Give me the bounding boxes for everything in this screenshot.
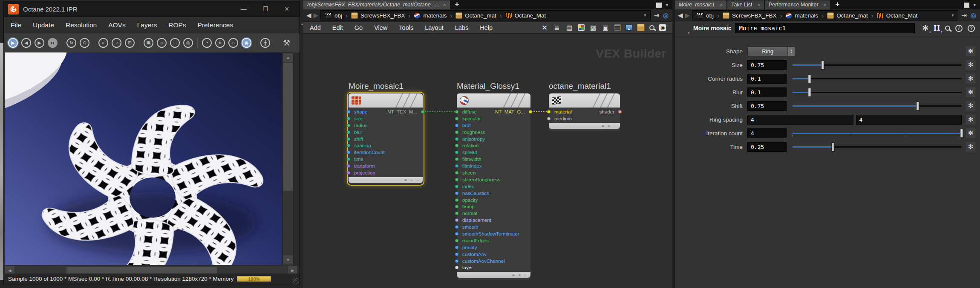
ipr-render-viewport[interactable] bbox=[5, 52, 282, 265]
menu-rops[interactable]: ROPs bbox=[168, 21, 186, 29]
input-dot-time[interactable] bbox=[347, 157, 350, 161]
breadcrumb-item-octane-mat[interactable]: Octane_mat bbox=[824, 12, 870, 19]
slider-handle[interactable] bbox=[808, 88, 811, 97]
param-gear-icon[interactable]: ✻ bbox=[966, 114, 976, 125]
value-input[interactable]: 0.1 bbox=[747, 87, 787, 97]
menu-tools[interactable]: Tools bbox=[399, 24, 413, 31]
input-dot-bump[interactable] bbox=[455, 205, 458, 208]
eye-icon[interactable]: ◉ bbox=[659, 24, 666, 31]
select-spinner-icon[interactable]: ▲▼ bbox=[787, 47, 795, 56]
param-slider[interactable] bbox=[793, 101, 962, 111]
expand-icon[interactable]: ↔ bbox=[110, 36, 124, 50]
input-dot-brdf[interactable] bbox=[455, 124, 458, 127]
contrast-icon[interactable]: ◐ bbox=[98, 38, 108, 48]
new-tab-button[interactable]: + bbox=[831, 0, 844, 9]
pause-icon[interactable]: ▮▮ bbox=[48, 38, 58, 48]
param-slider[interactable] bbox=[793, 142, 962, 152]
input-dot-projection[interactable] bbox=[347, 171, 350, 175]
input-dot-medium[interactable] bbox=[547, 117, 551, 120]
node-footer-icon[interactable]: − bbox=[417, 178, 419, 182]
render-region-icon[interactable]: ▣ bbox=[144, 38, 153, 48]
menu-aovs[interactable]: AOVs bbox=[108, 21, 125, 29]
slider-handle[interactable] bbox=[821, 61, 824, 70]
input-dot-sheen[interactable] bbox=[455, 171, 458, 175]
node-material-glossy1[interactable]: diffuseNT_MAT_G...specularbrdfroughnessa… bbox=[457, 93, 530, 280]
pane-splitter-left[interactable]: ▲ bbox=[300, 0, 303, 288]
render-tools-icon[interactable]: ⚒ bbox=[281, 38, 292, 48]
input-dot-anisotropy[interactable] bbox=[455, 137, 458, 141]
grid-icon[interactable]: ⠿ bbox=[215, 38, 225, 48]
breadcrumb-item-obj[interactable]: obj bbox=[323, 12, 345, 19]
pin-icon[interactable]: ⇥ bbox=[960, 12, 968, 19]
value-input[interactable]: 4 bbox=[747, 128, 787, 138]
home-icon[interactable]: ⌂ bbox=[228, 38, 238, 48]
wire-moire-to-diffuse[interactable] bbox=[424, 111, 457, 112]
param-gear-icon[interactable]: ✻ bbox=[966, 142, 976, 152]
close-tab-icon[interactable]: × bbox=[720, 2, 723, 7]
chevron-down-icon[interactable]: ▼ bbox=[643, 13, 649, 17]
menu-edit[interactable]: Edit bbox=[332, 24, 343, 31]
nav-forward-icon[interactable]: ▶ bbox=[314, 12, 319, 19]
input-dot-hascaustics[interactable] bbox=[455, 192, 458, 195]
checker-panel-icon[interactable]: ▩ bbox=[589, 24, 597, 31]
sticky-note-icon[interactable] bbox=[614, 24, 621, 31]
pane-maximize-icon[interactable] bbox=[964, 3, 969, 8]
palette-icon[interactable] bbox=[578, 24, 585, 31]
input-dot-customaovchannel[interactable] bbox=[455, 259, 458, 263]
close-button[interactable]: ✕ bbox=[284, 6, 289, 12]
input-dot-customaov[interactable] bbox=[455, 253, 458, 256]
node-footer-icon[interactable]: ≡ bbox=[602, 124, 604, 128]
breadcrumb-item-octane-mat[interactable]: Octane_mat bbox=[453, 12, 499, 19]
nodes-icon[interactable]: ▣ bbox=[602, 24, 609, 31]
menu-help[interactable]: Help bbox=[480, 24, 493, 31]
tab-performance-monitor[interactable]: Performance Monitor× bbox=[765, 0, 830, 9]
info-icon[interactable]: i bbox=[955, 25, 963, 32]
scroll-up-icon[interactable]: ▲ bbox=[283, 53, 293, 62]
node-footer-icon[interactable]: ≡ bbox=[404, 178, 406, 182]
menu-layers[interactable]: Layers bbox=[137, 21, 157, 29]
input-dot-blur[interactable] bbox=[347, 131, 350, 134]
power-icon[interactable]: ⊙ bbox=[80, 38, 89, 48]
tab-moire-mosaic1[interactable]: Moire_mosaic1× bbox=[675, 0, 726, 9]
menu-preferences[interactable]: Preferences bbox=[198, 21, 233, 29]
node-footer-icon[interactable]: = bbox=[410, 178, 412, 182]
list-panel-icon[interactable]: ▤ bbox=[565, 24, 573, 31]
slider-handle[interactable] bbox=[960, 129, 963, 138]
node-footer-icon[interactable]: − bbox=[525, 273, 527, 277]
gauge-icon[interactable]: ◔ bbox=[202, 38, 212, 48]
dotted-sphere-icon[interactable]: ◉ bbox=[242, 38, 251, 48]
pin-icon[interactable]: ⇥ bbox=[653, 12, 660, 19]
maximize-button[interactable]: ❒ bbox=[263, 6, 268, 12]
value-input[interactable]: 0.75 bbox=[747, 60, 787, 70]
input-dot-shift[interactable] bbox=[347, 137, 350, 141]
input-dot-index[interactable] bbox=[455, 185, 458, 188]
more-options-icon[interactable]: ⋯ bbox=[170, 38, 180, 48]
value-input-1[interactable]: 4 bbox=[856, 115, 962, 125]
input-dot-radius[interactable] bbox=[347, 124, 350, 127]
menu-update[interactable]: Update bbox=[33, 21, 54, 29]
param-gear-icon[interactable]: ✻ bbox=[966, 87, 976, 97]
render-vertical-scrollbar[interactable]: ▲ ▼ bbox=[282, 52, 294, 265]
close-tab-icon[interactable]: × bbox=[824, 2, 826, 7]
network-canvas[interactable]: VEX Builder Moire_mosaic1shapeNT_TEX_M..… bbox=[303, 34, 672, 288]
slider-handle[interactable] bbox=[916, 102, 919, 111]
help-icon[interactable]: ? bbox=[968, 25, 975, 32]
menu-layout[interactable]: Layout bbox=[425, 24, 444, 31]
value-input[interactable]: 0.75 bbox=[747, 101, 787, 111]
param-gear-icon[interactable]: ✻ bbox=[966, 101, 976, 111]
tab-network-path[interactable]: /obj/ScrewsFBX_FBX/materials/Octane_mat/… bbox=[303, 0, 450, 9]
input-dot-layer[interactable] bbox=[455, 266, 458, 269]
node-footer-icon[interactable]: ≡ bbox=[512, 273, 514, 277]
wire-material-to-shader[interactable] bbox=[531, 111, 549, 112]
breadcrumb-item-screwsfbx-fbx[interactable]: ScrewsFBX_FBX bbox=[720, 12, 779, 19]
input-dot-opacity[interactable] bbox=[455, 198, 458, 202]
pane-menu-icon[interactable]: ▼ bbox=[665, 3, 669, 7]
node-footer-icon[interactable]: − bbox=[614, 124, 616, 128]
menu-go[interactable]: Go bbox=[355, 24, 363, 31]
crop-icon[interactable]: ╋ bbox=[260, 38, 270, 48]
close-tab-icon[interactable]: × bbox=[443, 2, 446, 7]
search-icon[interactable] bbox=[945, 26, 950, 31]
breadcrumb-item-octane-mat[interactable]: Octane_Mat bbox=[503, 12, 549, 19]
output-dot[interactable] bbox=[618, 110, 622, 113]
chevron-down-icon[interactable]: ▼ bbox=[951, 13, 956, 17]
